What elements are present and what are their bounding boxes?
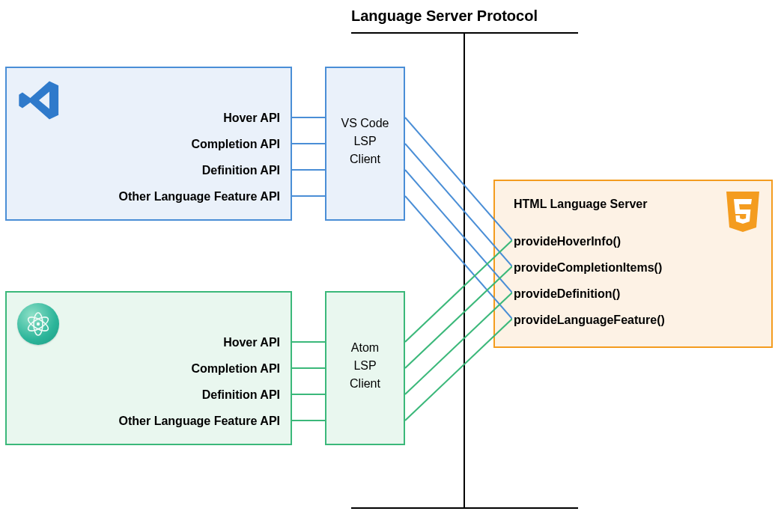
- atom-lsp-client-box: Atom LSP Client: [325, 291, 405, 445]
- vscode-api-other: Other Language Feature API: [119, 190, 280, 204]
- vscode-api-hover: Hover API: [223, 111, 280, 125]
- atom-api-other: Other Language Feature API: [119, 415, 280, 428]
- atom-api-hover: Hover API: [223, 336, 280, 349]
- atom-api-connectors: [292, 291, 325, 445]
- atom-lsp-client-label: Atom LSP Client: [326, 339, 404, 393]
- html5-icon: [723, 190, 762, 236]
- atom-api-completion: Completion API: [191, 362, 280, 376]
- vscode-lsp-client-label: VS Code LSP Client: [326, 114, 404, 168]
- server-method-definition: provideDefinition(): [514, 287, 620, 301]
- vscode-api-definition: Definition API: [202, 164, 280, 177]
- html-server-box: HTML Language Server provideHoverInfo() …: [493, 180, 773, 348]
- vscode-lsp-client-box: VS Code LSP Client: [325, 67, 405, 221]
- atom-icon: [17, 303, 59, 345]
- server-method-hover: provideHoverInfo(): [514, 235, 621, 248]
- axis-bottom: [351, 507, 578, 509]
- axis-vertical: [464, 32, 465, 508]
- svg-point-3: [37, 322, 40, 325]
- server-method-feature: provideLanguageFeature(): [514, 314, 665, 327]
- vscode-icon: [17, 79, 61, 125]
- diagram-title: Language Server Protocol: [351, 7, 538, 25]
- server-title: HTML Language Server: [514, 198, 647, 211]
- vscode-api-connectors: [292, 67, 325, 221]
- server-method-completion: provideCompletionItems(): [514, 261, 662, 275]
- atom-editor-box: Hover API Completion API Definition API …: [5, 291, 292, 445]
- vscode-editor-box: Hover API Completion API Definition API …: [5, 67, 292, 221]
- vscode-api-completion: Completion API: [191, 138, 280, 151]
- atom-api-definition: Definition API: [202, 388, 280, 402]
